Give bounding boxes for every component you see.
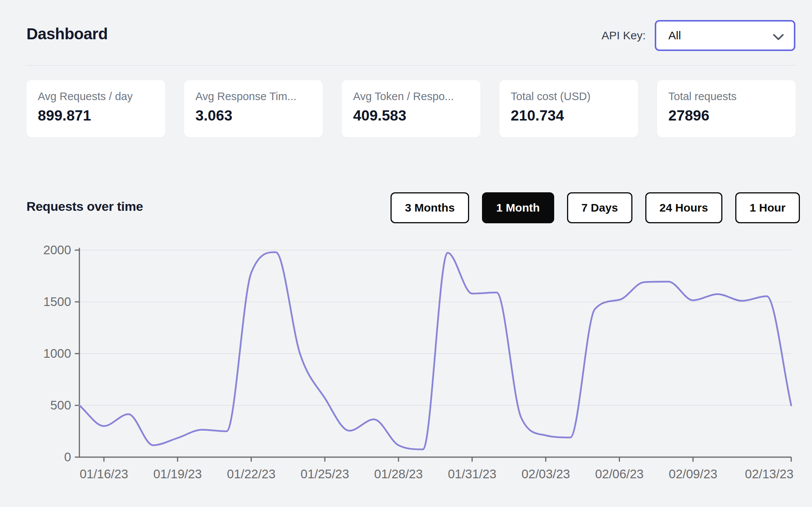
stat-card-label: Avg Requests / day bbox=[38, 90, 154, 103]
stats-cards: Avg Requests / day 899.871 Avg Response … bbox=[26, 80, 796, 138]
chevron-down-icon bbox=[773, 34, 784, 40]
stat-card-value: 27896 bbox=[668, 107, 784, 124]
stat-card: Total requests 27896 bbox=[657, 80, 796, 138]
api-key-selected-value: All bbox=[668, 29, 681, 42]
page-title: Dashboard bbox=[26, 25, 108, 43]
stat-card-value: 409.583 bbox=[353, 107, 469, 124]
api-key-row: API Key: All bbox=[601, 20, 795, 51]
stat-card-value: 899.871 bbox=[38, 107, 154, 124]
header-divider bbox=[26, 65, 796, 66]
time-range-button-3-months[interactable]: 3 Months bbox=[391, 192, 469, 223]
requests-over-time-chart: 050010001500200001/16/2301/19/2301/22/23… bbox=[0, 233, 812, 507]
y-tick-label-500: 500 bbox=[50, 398, 71, 412]
time-range-button-1-hour[interactable]: 1 Hour bbox=[735, 192, 800, 223]
stat-card: Avg Token / Respo... 409.583 bbox=[342, 80, 480, 138]
x-tick-label-01/28/23: 01/28/23 bbox=[374, 467, 423, 481]
stat-card: Total cost (USD) 210.734 bbox=[499, 80, 638, 138]
x-tick-label-01/25/23: 01/25/23 bbox=[301, 467, 349, 481]
api-key-label: API Key: bbox=[601, 29, 646, 42]
x-tick-label-02/03/23: 02/03/23 bbox=[521, 467, 570, 481]
time-range-button-7-days[interactable]: 7 Days bbox=[567, 192, 632, 223]
time-range-buttons: 3 Months 1 Month 7 Days 24 Hours 1 Hour bbox=[391, 192, 800, 223]
time-range-button-24-hours[interactable]: 24 Hours bbox=[645, 192, 722, 223]
x-tick-label-02/09/23: 02/09/23 bbox=[669, 467, 717, 481]
api-key-select[interactable]: All bbox=[655, 20, 795, 51]
x-tick-label-02/13/23: 02/13/23 bbox=[745, 467, 793, 481]
stat-card-label: Total requests bbox=[668, 90, 784, 103]
x-tick-label-01/19/23: 01/19/23 bbox=[153, 467, 201, 481]
x-tick-label-01/31/23: 01/31/23 bbox=[448, 467, 496, 481]
stat-card-value: 3.063 bbox=[195, 107, 311, 124]
y-tick-label-2000: 2000 bbox=[43, 243, 71, 257]
y-tick-label-1000: 1000 bbox=[43, 346, 71, 360]
section-title: Requests over time bbox=[26, 199, 143, 214]
stat-card-label: Avg Response Tim... bbox=[195, 90, 311, 103]
stat-card-label: Total cost (USD) bbox=[511, 90, 627, 103]
time-range-button-1-month[interactable]: 1 Month bbox=[482, 192, 554, 223]
stat-card-value: 210.734 bbox=[511, 107, 627, 124]
stat-card: Avg Requests / day 899.871 bbox=[26, 80, 165, 138]
stat-card: Avg Response Tim... 3.063 bbox=[184, 80, 323, 138]
y-tick-label-1500: 1500 bbox=[43, 295, 71, 309]
x-tick-label-01/22/23: 01/22/23 bbox=[227, 467, 275, 481]
x-tick-label-02/06/23: 02/06/23 bbox=[595, 467, 643, 481]
x-tick-label-01/16/23: 01/16/23 bbox=[80, 467, 128, 481]
y-tick-label-0: 0 bbox=[64, 450, 71, 464]
stat-card-label: Avg Token / Respo... bbox=[353, 90, 469, 103]
requests-line-series bbox=[79, 252, 791, 450]
line-chart: 050010001500200001/16/2301/19/2301/22/23… bbox=[0, 233, 812, 507]
